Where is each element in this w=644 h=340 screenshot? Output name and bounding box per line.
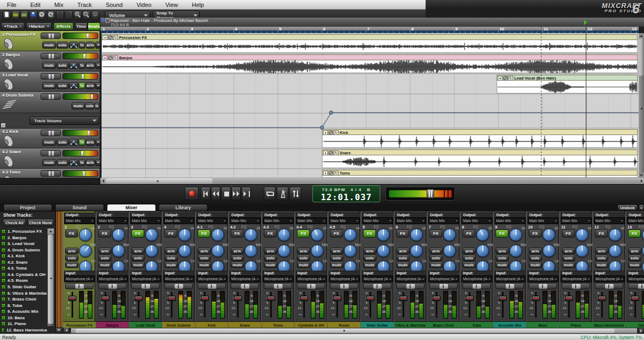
ch-4-pan-handle[interactable] <box>175 284 183 289</box>
track-checkbox[interactable] <box>2 291 5 295</box>
record-button[interactable] <box>185 187 199 200</box>
ch-4.1-arm-button[interactable]: arm <box>198 248 211 254</box>
track-2-pan[interactable] <box>41 53 61 59</box>
track-list-item[interactable]: 6. Vibes & Marimba <box>0 290 47 296</box>
ch-4.3-input-select[interactable]: Microphone (4- <box>263 275 294 282</box>
ch-8-fader-handle[interactable] <box>466 296 474 301</box>
ch-8-eq-hi-knob[interactable] <box>476 228 489 241</box>
track-list-item[interactable]: 4.4. Cymbals & OH <box>0 272 47 278</box>
ch-12-fx-button[interactable]: FX <box>595 230 608 238</box>
menu-item-mix[interactable]: Mix <box>48 2 70 8</box>
track-6-fx-button[interactable]: fx <box>78 159 85 166</box>
track-list-item[interactable]: 8. Tuba <box>0 303 47 309</box>
ch-4.1-pan-slider[interactable] <box>198 283 226 289</box>
ch-4.4-input-select[interactable]: Microphone (4- <box>296 275 327 282</box>
ch-6-solo-button[interactable]: solo <box>396 255 410 261</box>
ch-1-output-arrow[interactable] <box>91 220 93 222</box>
vscroll-down-arrow[interactable] <box>639 172 644 178</box>
add-marker-button[interactable]: +Marker <box>26 22 52 30</box>
ch-4-input-arrow[interactable] <box>191 279 193 280</box>
ch-4.4-eq-hi-knob[interactable] <box>311 228 324 241</box>
ch-4-output-arrow[interactable] <box>191 220 193 222</box>
ch-7-arm-button[interactable]: arm <box>429 248 443 254</box>
ch-11-eq-hi-knob[interactable] <box>576 228 588 241</box>
ch-4.5-pan-slider[interactable] <box>330 283 358 289</box>
ch-4.1-output-arrow[interactable] <box>224 220 226 222</box>
ch-4.5-solo-button[interactable]: solo <box>330 255 343 261</box>
ch-4.3-solo-button[interactable]: solo <box>264 255 277 261</box>
ch-8-pan-slider[interactable] <box>462 283 491 289</box>
track-1-fx-button[interactable]: fx <box>78 42 85 49</box>
ch-6-pan-handle[interactable] <box>406 284 415 289</box>
ch-4.4-pan-handle[interactable] <box>307 284 316 289</box>
ch-4.3-fader-handle[interactable] <box>267 296 275 301</box>
ch-9-mute-button[interactable]: mute <box>496 262 509 268</box>
ch-9-solo-button[interactable]: solo <box>496 255 509 261</box>
ch-2-solo-button[interactable]: solo <box>98 255 112 261</box>
ch-9-arm-button[interactable]: arm <box>496 248 509 254</box>
ch-12-input-arrow[interactable] <box>621 279 623 280</box>
ch-4.1-input-select[interactable]: Microphone (4- <box>197 275 227 282</box>
tab-project[interactable]: Project <box>3 204 52 211</box>
track-6-arm-button[interactable]: arm <box>86 159 95 166</box>
track-2-solo-button[interactable]: solo <box>57 62 68 69</box>
ch-8-pan-handle[interactable] <box>473 284 481 289</box>
ch-5-output-arrow[interactable] <box>389 220 391 222</box>
ch-4.4-arm-button[interactable]: arm <box>297 248 310 254</box>
ch-4.5-input-arrow[interactable] <box>356 279 358 280</box>
ch-13-eq-hi-knob[interactable] <box>642 228 644 241</box>
ch-11-mute-button[interactable]: mute <box>562 262 575 268</box>
snap-dropdown-arrow[interactable] <box>191 14 199 17</box>
track-list-scrollbar[interactable] <box>48 228 54 326</box>
ch-6-pan-slider[interactable] <box>396 283 425 289</box>
ch-4.5-arm-button[interactable]: arm <box>330 248 343 254</box>
zoom-out-button[interactable] <box>82 11 90 20</box>
ch-4.2-fader-handle[interactable] <box>234 296 242 301</box>
ch-5-eq-hi-knob[interactable] <box>377 228 390 241</box>
track-checkbox[interactable] <box>2 322 5 326</box>
ch-11-fader-handle[interactable] <box>565 296 573 301</box>
track-5-arm-button[interactable]: arm <box>86 139 95 146</box>
ch-7-fader-handle[interactable] <box>433 296 441 301</box>
track-4-volume[interactable] <box>62 93 98 100</box>
arrange-hscrollbar[interactable] <box>100 178 644 184</box>
ch-4-solo-button[interactable]: solo <box>164 255 178 261</box>
vscroll-up-arrow[interactable] <box>639 33 644 38</box>
ch-4.5-output-arrow[interactable] <box>356 220 358 222</box>
track-checkbox[interactable] <box>2 236 5 240</box>
ch-11-input-select[interactable]: Microphone (4- <box>561 275 592 282</box>
ch-10-mute-button[interactable]: mute <box>529 262 542 268</box>
ch-4-mute-button[interactable]: mute <box>164 262 178 268</box>
ch-12-fader-handle[interactable] <box>598 296 606 301</box>
check-all-button[interactable]: Check All <box>3 219 26 226</box>
ch-13-mute-button[interactable]: mute <box>628 262 641 268</box>
ch-4.1-output-select[interactable]: Main Mix <box>197 217 227 224</box>
track-3-pan[interactable] <box>41 73 61 80</box>
ch-1-arm-button[interactable]: arm <box>65 248 78 254</box>
ch-10-input-select[interactable]: Microphone (4- <box>528 275 559 282</box>
ch-5-pan-handle[interactable] <box>373 284 382 289</box>
ch-13-eq-mid-knob[interactable] <box>642 244 644 257</box>
ch-4.4-solo-button[interactable]: solo <box>297 255 310 261</box>
track-checkbox[interactable] <box>2 304 5 307</box>
ch-6-input-arrow[interactable] <box>422 279 425 280</box>
track-list-item[interactable]: 4.5. Room <box>0 278 47 283</box>
ch-5-solo-button[interactable]: solo <box>363 255 376 261</box>
ch-4.3-pan-slider[interactable] <box>264 283 292 289</box>
track-3-options-arrow[interactable] <box>95 82 101 89</box>
mixer-minimize-button[interactable]: = <box>639 204 644 211</box>
track-2-arm-button[interactable]: arm <box>86 62 95 69</box>
ch-2-output-arrow[interactable] <box>124 220 127 222</box>
track-1-arm-button[interactable]: arm <box>86 42 95 49</box>
undo-button[interactable] <box>56 11 64 20</box>
ch-13-fx-button[interactable]: FX <box>628 230 641 238</box>
ch-7-input-arrow[interactable] <box>455 279 458 280</box>
track-checkbox[interactable] <box>2 260 5 264</box>
ch-9-fx-button[interactable]: FX <box>496 230 508 238</box>
track-list-item[interactable]: 10. Bass <box>0 315 47 321</box>
ch-13-output-select[interactable]: Main Mix <box>627 217 644 224</box>
io-levels-button[interactable] <box>289 187 301 200</box>
ch-2-pan-handle[interactable] <box>108 284 117 289</box>
ch-6-arm-button[interactable]: arm <box>396 248 410 254</box>
mixer-hscrollbar[interactable] <box>70 328 638 334</box>
